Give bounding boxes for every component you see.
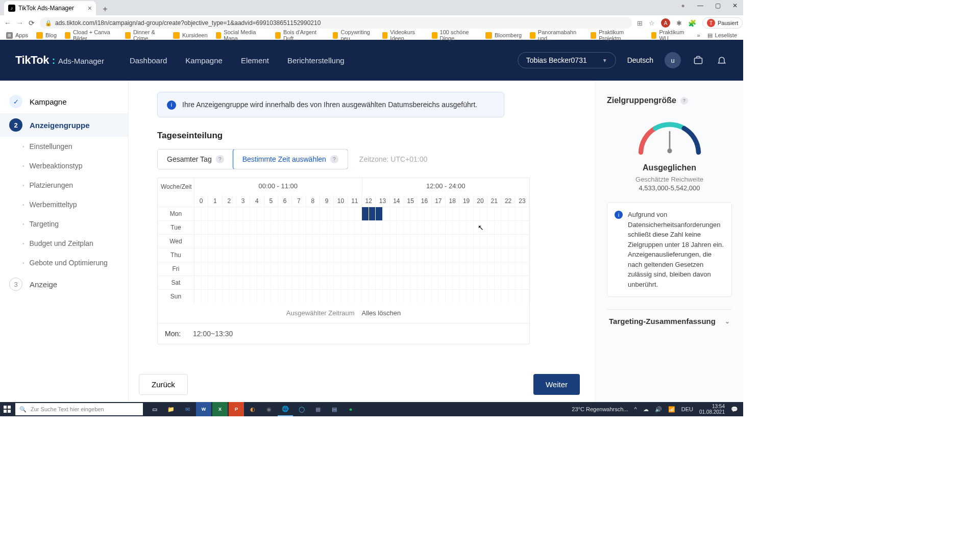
schedule-cell[interactable] [369,262,376,276]
schedule-cell[interactable] [194,207,202,220]
schedule-cell[interactable] [418,262,425,276]
schedule-cell[interactable] [438,221,446,234]
schedule-cell[interactable] [376,276,383,289]
schedule-cell[interactable] [257,276,264,289]
schedule-cell[interactable] [383,221,390,234]
schedule-cell[interactable] [487,290,495,303]
schedule-cell[interactable] [215,290,223,303]
schedule-cell[interactable] [306,290,313,303]
schedule-cell[interactable] [495,276,502,289]
schedule-cell[interactable] [362,276,369,289]
schedule-cell[interactable] [202,235,209,248]
nav-item[interactable]: Element [241,56,269,65]
schedule-cell[interactable] [383,262,390,276]
bookmark-item[interactable]: Blog [36,29,57,41]
schedule-cell[interactable] [487,235,495,248]
schedule-cell[interactable] [467,248,474,262]
schedule-cell[interactable] [411,262,418,276]
schedule-cell[interactable] [208,235,215,248]
schedule-cell[interactable] [313,207,320,220]
sidebar-subitem[interactable]: Werbeaktionstyp [22,156,128,176]
schedule-cell[interactable] [264,235,272,248]
start-button[interactable] [0,402,14,416]
schedule-cell[interactable] [418,290,425,303]
schedule-cell[interactable] [278,262,285,276]
schedule-cell[interactable] [369,235,376,248]
schedule-cell[interactable] [271,207,278,220]
file-explorer-icon[interactable]: 📁 [163,402,179,416]
schedule-cell[interactable] [299,276,306,289]
schedule-cell[interactable] [487,262,495,276]
schedule-cell[interactable] [243,290,251,303]
schedule-cell[interactable] [278,207,285,220]
schedule-cell[interactable] [446,290,453,303]
schedule-cell[interactable] [243,207,251,220]
keyboard-lang[interactable]: DEU [681,406,693,412]
schedule-cell[interactable] [250,221,257,234]
schedule-cell[interactable] [495,262,502,276]
schedule-cell[interactable] [432,221,439,234]
schedule-cell[interactable] [229,248,236,262]
schedule-cell[interactable] [223,235,230,248]
schedule-cell[interactable] [327,207,334,220]
schedule-cell[interactable] [341,221,348,234]
schedule-cell[interactable] [348,235,355,248]
schedule-cell[interactable] [383,248,390,262]
url-input[interactable]: 🔒 ads.tiktok.com/i18n/campaign/ad-group/… [40,17,632,29]
schedule-cell[interactable] [508,248,516,262]
schedule-cell[interactable] [487,276,495,289]
schedule-cell[interactable] [425,235,432,248]
schedule-cell[interactable] [438,235,446,248]
schedule-cell[interactable] [516,276,523,289]
back-button[interactable]: Zurück [139,374,188,395]
browser-tab[interactable]: ♪ TikTok Ads-Manager × [4,1,96,15]
schedule-cell[interactable] [397,207,404,220]
schedule-cell[interactable] [223,207,230,220]
schedule-cell[interactable] [306,221,313,234]
schedule-cell[interactable] [480,235,487,248]
schedule-cell[interactable] [236,290,243,303]
schedule-cell[interactable] [229,262,236,276]
schedule-cell[interactable] [243,276,251,289]
schedule-cell[interactable] [390,290,397,303]
schedule-cell[interactable] [292,262,299,276]
schedule-cell[interactable] [313,235,320,248]
schedule-cell[interactable] [215,262,223,276]
schedule-cell[interactable] [292,248,299,262]
schedule-cell[interactable] [362,290,369,303]
schedule-cell[interactable] [250,262,257,276]
schedule-cell[interactable] [522,276,529,289]
schedule-cell[interactable] [229,207,236,220]
schedule-cell[interactable] [362,207,369,220]
schedule-cell[interactable] [348,221,355,234]
schedule-cell[interactable] [432,262,439,276]
schedule-cell[interactable] [223,276,230,289]
schedule-cell[interactable] [453,207,460,220]
search-tabs-icon[interactable]: ⊞ [637,19,643,27]
schedule-cell[interactable] [299,207,306,220]
schedule-cell[interactable] [516,248,523,262]
bookmark-item[interactable]: Cload + Canva Bilder [65,29,117,41]
schedule-cell[interactable] [495,221,502,234]
schedule-cell[interactable] [215,248,223,262]
schedule-cell[interactable] [369,276,376,289]
schedule-cell[interactable] [474,276,481,289]
schedule-cell[interactable] [243,248,251,262]
new-tab-button[interactable]: + [99,3,111,15]
schedule-cell[interactable] [508,235,516,248]
schedule-cell[interactable] [376,248,383,262]
sidebar-subitem[interactable]: Einstellungen [22,137,128,156]
schedule-cell[interactable] [474,262,481,276]
obs-icon[interactable]: ◉ [261,402,277,416]
extension-adblock-icon[interactable]: A [661,18,670,28]
schedule-cell[interactable] [446,221,453,234]
schedule-cell[interactable] [355,262,362,276]
schedule-cell[interactable] [446,262,453,276]
schedule-cell[interactable] [438,290,446,303]
nav-item[interactable]: Berichterstellung [287,56,345,65]
schedule-cell[interactable] [257,235,264,248]
schedule-cell[interactable] [425,207,432,220]
schedule-cell[interactable] [432,276,439,289]
schedule-cell[interactable] [432,290,439,303]
schedule-cell[interactable] [271,221,278,234]
